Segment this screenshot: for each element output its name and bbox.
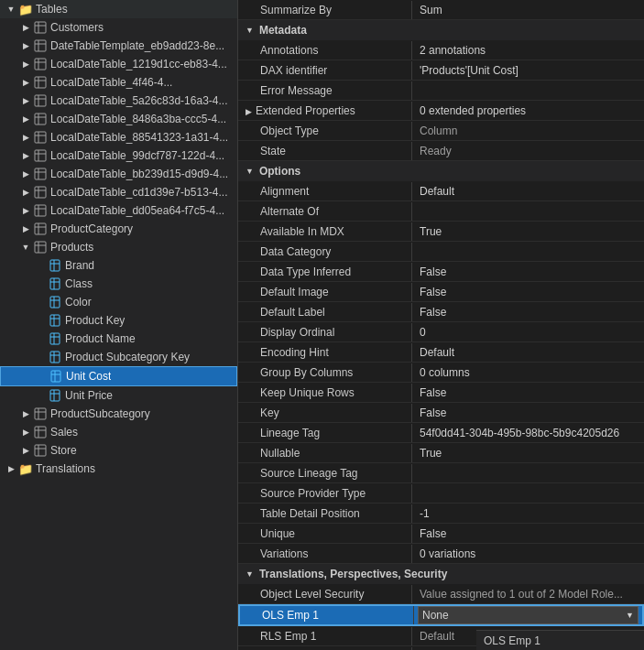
expand-icon-productsubcategory[interactable]: ▶ [18,406,33,421]
tree-item-productsubcategorykey[interactable]: Product Subcategory Key [0,348,237,366]
tree-item-translations[interactable]: ▶📁Translations [0,460,237,478]
prop-value-options-9: 0 columns [412,363,644,382]
tree-item-productcategory[interactable]: ▶ProductCategory [0,220,237,238]
section-chevron-metadata: ▼ [246,26,254,35]
tree-item-unitprice[interactable]: Unit Price [0,386,237,405]
prop-row-options-14[interactable]: Source Lineage Tag [238,463,644,483]
tree-item-localdatetable4[interactable]: ▶LocalDateTable_8486a3ba-ccc5-4... [0,110,237,128]
section-header-translations[interactable]: ▼Translations, Perspectives, Security [238,564,644,584]
expand-icon-datetable1[interactable]: ▶ [18,38,33,53]
prop-row-options-2[interactable]: Available In MDXTrue [238,222,644,242]
prop-row-options-4[interactable]: Data Type InferredFalse [238,262,644,282]
expand-icon-tables-header[interactable]: ▼ [4,2,18,16]
tree-label-datetable1: DateTableTemplate_eb9add23-8e... [50,39,224,52]
ols-selected-row[interactable]: OLS Emp 1None▼ [238,604,644,626]
prop-row-metadata-0[interactable]: Annotations2 annotations [238,40,644,60]
tree-item-customers[interactable]: ▶Customers [0,18,237,37]
tree-label-unitprice: Unit Price [65,389,113,402]
expand-icon-localdatetable1[interactable]: ▶ [18,57,33,71]
prop-row-options-16[interactable]: Table Detail Position-1 [238,504,644,524]
tree-label-localdatetable2: LocalDateTable_4f46-4... [50,76,172,89]
expand-icon-productcategory[interactable]: ▶ [18,222,33,236]
tree-item-localdatetable2[interactable]: ▶LocalDateTable_4f46-4... [0,73,237,92]
svg-rect-15 [35,114,46,125]
section-header-metadata[interactable]: ▼Metadata [238,20,644,40]
expand-icon-localdatetable7[interactable]: ▶ [18,167,33,181]
folder-icon-translations: 📁 [18,461,33,476]
expand-icon-sales[interactable]: ▶ [18,425,33,439]
tree-item-tables-header[interactable]: ▼📁Tables [0,0,237,18]
tree-item-localdatetable1[interactable]: ▶LocalDateTable_1219d1cc-eb83-4... [0,55,237,73]
prop-row-options-0[interactable]: AlignmentDefault [238,181,644,201]
tree-item-color[interactable]: Color [0,293,237,311]
prop-row-options-6[interactable]: Default LabelFalse [238,302,644,322]
prop-value-metadata-4: Column [412,122,644,140]
prop-key-options-10: Keep Unique Rows [238,384,412,402]
table-icon-productsubcategory [33,406,48,421]
tree-item-localdatetable7[interactable]: ▶LocalDateTable_bb239d15-d9d9-4... [0,165,237,183]
tree-item-productkey[interactable]: Product Key [0,311,237,330]
ols-dropdown[interactable]: None▼ [418,606,639,624]
expand-icon-products[interactable]: ▼ [18,240,33,255]
prop-row-metadata-2[interactable]: Error Message [238,81,644,101]
tree-label-localdatetable5: LocalDateTable_88541323-1a31-4... [50,131,228,144]
section-header-options[interactable]: ▼Options [238,161,644,181]
expand-icon-localdatetable8[interactable]: ▶ [18,185,33,200]
prop-row-metadata-4[interactable]: Object TypeColumn [238,121,644,141]
svg-rect-0 [35,22,46,33]
section-chevron-options: ▼ [246,167,254,176]
expand-icon-localdatetable4[interactable]: ▶ [18,112,33,126]
prop-value-translations-0: Value assigned to 1 out of 2 Model Role.… [412,585,644,603]
prop-row-metadata-1[interactable]: DAX identifier'Products'[Unit Cost] [238,60,644,81]
prop-row-metadata-5[interactable]: StateReady [238,141,644,161]
prop-key-options-12: Lineage Tag [238,424,412,442]
summarize-by-label: Summarize By [238,1,412,19]
expand-icon-localdatetable2[interactable]: ▶ [18,75,33,90]
table-icon-datetable1 [33,38,48,53]
prop-row-options-3[interactable]: Data Category [238,242,644,262]
tree-label-localdatetable3: LocalDateTable_5a26c83d-16a3-4... [50,94,227,107]
expand-icon-localdatetable3[interactable]: ▶ [18,93,33,108]
prop-value-options-13: True [412,444,644,462]
prop-row-options-13[interactable]: NullableTrue [238,443,644,463]
prop-row-options-11[interactable]: KeyFalse [238,403,644,423]
tree-item-class[interactable]: Class [0,275,237,293]
tree-item-datetable1[interactable]: ▶DateTableTemplate_eb9add23-8e... [0,37,237,55]
table-icon-localdatetable3 [33,93,48,108]
tree-item-localdatetable5[interactable]: ▶LocalDateTable_88541323-1a31-4... [0,128,237,146]
svg-rect-60 [50,390,60,401]
expand-icon-localdatetable5[interactable]: ▶ [18,130,33,145]
prop-key-metadata-2: Error Message [238,81,412,100]
expand-icon-translations[interactable]: ▶ [4,461,18,476]
expand-icon-store[interactable]: ▶ [18,443,33,458]
prop-row-options-12[interactable]: Lineage Tag54f0dd41-304b-495b-98bc-5b9c4… [238,423,644,443]
expand-icon-localdatetable9[interactable]: ▶ [18,203,33,218]
tree-item-unitcost[interactable]: Unit Cost [0,366,237,386]
tree-item-localdatetable8[interactable]: ▶LocalDateTable_cd1d39e7-b513-4... [0,183,237,201]
tree-item-localdatetable3[interactable]: ▶LocalDateTable_5a26c83d-16a3-4... [0,92,237,110]
prop-row-options-18[interactable]: Variations0 variations [238,544,644,564]
prop-row-options-7[interactable]: Display Ordinal0 [238,322,644,342]
tree-item-productsubcategory[interactable]: ▶ProductSubcategory [0,405,237,423]
prop-row-options-17[interactable]: UniqueFalse [238,524,644,544]
prop-value-metadata-0: 2 annotations [412,41,644,60]
tree-item-localdatetable6[interactable]: ▶LocalDateTable_99dcf787-122d-4... [0,146,237,165]
section-label-translations: Translations, Perspectives, Security [259,568,447,580]
prop-key-metadata-1: DAX identifier [238,61,412,80]
tree-item-sales[interactable]: ▶Sales [0,423,237,441]
prop-row-options-9[interactable]: Group By Columns0 columns [238,363,644,383]
prop-row-options-8[interactable]: Encoding HintDefault [238,342,644,363]
prop-row-metadata-3[interactable]: ▶Extended Properties0 extended propertie… [238,101,644,121]
tree-item-localdatetable9[interactable]: ▶LocalDateTable_dd05ea64-f7c5-4... [0,201,237,220]
prop-row-options-5[interactable]: Default ImageFalse [238,282,644,302]
tree-item-productname[interactable]: Product Name [0,330,237,348]
tree-item-store[interactable]: ▶Store [0,441,237,460]
tree-item-products[interactable]: ▼Products [0,238,237,256]
expand-icon-localdatetable6[interactable]: ▶ [18,148,33,163]
expand-icon-customers[interactable]: ▶ [18,20,33,35]
prop-row-options-15[interactable]: Source Provider Type [238,483,644,504]
prop-row-options-10[interactable]: Keep Unique RowsFalse [238,383,644,403]
prop-row-translations-0[interactable]: Object Level SecurityValue assigned to 1… [238,584,644,604]
tree-item-brand[interactable]: Brand [0,256,237,275]
prop-row-options-1[interactable]: Alternate Of [238,201,644,222]
